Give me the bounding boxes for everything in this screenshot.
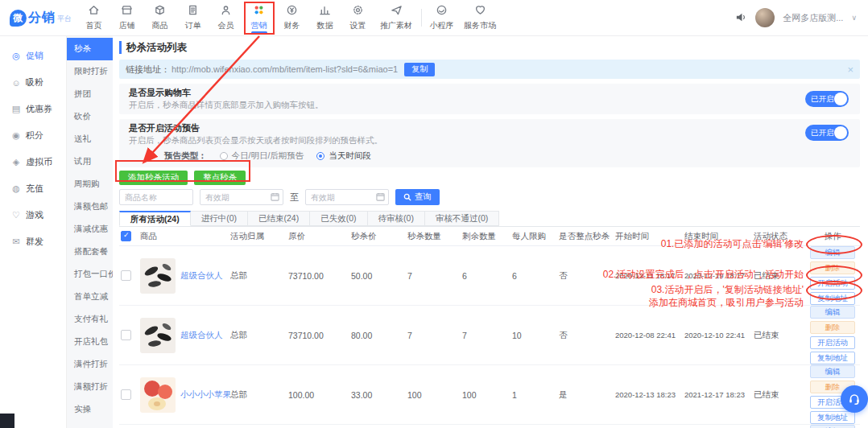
nav-item-goods[interactable]: 商品 bbox=[143, 0, 176, 35]
tab-0[interactable]: 所有活动(24) bbox=[119, 211, 191, 226]
nav-item-orders[interactable]: 订单 bbox=[176, 0, 209, 35]
row-checkbox[interactable] bbox=[121, 330, 131, 340]
row-actions: 编辑删除开启活动复制地址 bbox=[808, 306, 860, 364]
submenu-item[interactable]: 砍价 bbox=[67, 105, 113, 128]
submenu-item[interactable]: 送礼 bbox=[67, 128, 113, 150]
nav-item-mini-program[interactable]: 小程序 bbox=[425, 0, 458, 35]
calendar-icon bbox=[271, 192, 279, 201]
submenu-item[interactable]: 满减优惠 bbox=[67, 218, 113, 241]
sidebar-item-recharge[interactable]: ◍充值 bbox=[0, 175, 66, 202]
cart-toggle[interactable]: 已开启 bbox=[805, 91, 849, 107]
speaker-icon[interactable] bbox=[735, 11, 747, 25]
link-url: http://mob.wifenxiao.com/mb/item/item-li… bbox=[172, 64, 398, 74]
nav-item-settings[interactable]: 设置 bbox=[341, 0, 374, 35]
nav-item-data[interactable]: 数据 bbox=[308, 0, 341, 35]
sidebar-collapse-corner[interactable] bbox=[0, 414, 14, 428]
add-seckill-activity-button[interactable]: 添加秒杀活动 bbox=[119, 171, 188, 185]
submenu-item[interactable]: 秒杀 bbox=[67, 38, 113, 60]
nav-item-promo-material[interactable]: 推广素材 bbox=[374, 0, 418, 35]
search-button[interactable]: 查询 bbox=[395, 189, 440, 205]
tab-3[interactable]: 已失效(0) bbox=[310, 211, 367, 226]
nav-label: 店铺 bbox=[119, 20, 135, 31]
delete-button[interactable]: 删除 bbox=[810, 261, 855, 274]
open-activity-button[interactable]: 开启活动 bbox=[810, 277, 855, 290]
submenu-item[interactable]: 试用 bbox=[67, 150, 113, 173]
end-time-cell: 2020-12-10 22:41 bbox=[684, 331, 754, 340]
close-icon[interactable]: × bbox=[847, 64, 854, 75]
nav-item-service-market[interactable]: 服务市场 bbox=[458, 0, 502, 35]
hourly-seckill-button[interactable]: 整点秒杀 bbox=[194, 171, 246, 185]
sidebar-item-label: 游戏 bbox=[26, 209, 43, 221]
sidebar-item-game[interactable]: ♡游戏 bbox=[0, 202, 66, 228]
copy-address-button[interactable]: 复制地址 bbox=[810, 352, 855, 364]
cart-setting-box: 是否显示购物车 开启后，秒杀商品详情页底部显示加入购物车按钮。 已开启 bbox=[119, 84, 860, 114]
submenu-item[interactable]: 满件打折 bbox=[67, 353, 113, 376]
row-checkbox[interactable] bbox=[121, 389, 131, 400]
submenu-item[interactable]: 限时打折 bbox=[67, 60, 113, 83]
table-row: 超级合伙人总部73710.0080.007710否2020-12-08 22:4… bbox=[119, 306, 860, 365]
product-name-link[interactable]: 超级合伙人 bbox=[180, 270, 223, 282]
customer-service-button[interactable] bbox=[841, 385, 868, 413]
sidebar-item-coin[interactable]: ◈虚拟币 bbox=[0, 149, 66, 175]
copy-address-button[interactable]: 复制地址 bbox=[810, 411, 855, 424]
nav-item-finance[interactable]: 财务 bbox=[275, 0, 308, 35]
radio-option-daily[interactable]: 今日/明日/后期预告 bbox=[220, 150, 304, 162]
edit-button[interactable]: 编辑 bbox=[810, 425, 855, 428]
nav-item-marketing[interactable]: 营销 bbox=[242, 0, 275, 35]
sidebar-item-broadcast[interactable]: ✉群发 bbox=[0, 228, 66, 255]
submenu-item[interactable]: 周期购 bbox=[67, 173, 113, 195]
submenu-item[interactable]: 实操 bbox=[67, 398, 113, 421]
sidebar-item-fans[interactable]: ☺吸粉 bbox=[0, 69, 66, 96]
toggle-knob bbox=[834, 126, 847, 139]
limit-cell: 10 bbox=[512, 331, 559, 340]
edit-button[interactable]: 编辑 bbox=[810, 246, 855, 259]
nav-item-store[interactable]: 店铺 bbox=[110, 0, 143, 35]
delete-button[interactable]: 删除 bbox=[810, 321, 855, 334]
tab-5[interactable]: 审核不通过(0) bbox=[425, 211, 499, 226]
product-name-link[interactable]: 小小小小苹果 bbox=[180, 389, 230, 401]
notice-toggle[interactable]: 已开启 bbox=[805, 125, 849, 141]
column-header: 商品 bbox=[140, 231, 230, 242]
sidebar-item-points[interactable]: ◉积分 bbox=[0, 122, 66, 149]
avatar[interactable] bbox=[755, 8, 775, 27]
nav-label: 服务市场 bbox=[464, 20, 496, 31]
nav-item-members[interactable]: 会员 bbox=[209, 0, 242, 35]
product-name-input[interactable] bbox=[119, 189, 193, 205]
account-name[interactable]: 全网多店版测... bbox=[783, 12, 843, 24]
product-wrap: 小小小小苹果 bbox=[140, 377, 227, 413]
column-header: 开始时间 bbox=[615, 231, 684, 242]
nav-item-home[interactable]: 首页 bbox=[77, 0, 110, 35]
submenu-item[interactable]: 满额包邮 bbox=[67, 195, 113, 218]
game-icon: ♡ bbox=[11, 210, 21, 220]
submenu-item[interactable]: 首单立减 bbox=[67, 286, 113, 308]
edit-button[interactable]: 编辑 bbox=[810, 306, 855, 319]
product-name-link[interactable]: 超级合伙人 bbox=[180, 330, 223, 341]
sidebar-item-coupon[interactable]: ▤优惠券 bbox=[0, 96, 66, 122]
submenu-item[interactable]: 支付有礼 bbox=[67, 308, 113, 331]
tab-2[interactable]: 已结束(24) bbox=[248, 211, 310, 226]
submenu-item[interactable]: 开店礼包 bbox=[67, 331, 113, 353]
nav-label: 小程序 bbox=[430, 20, 454, 31]
chevron-down-icon[interactable]: ∨ bbox=[851, 14, 857, 22]
column-header: 剩余数量 bbox=[462, 231, 512, 242]
sidebar-item-promotion[interactable]: ◎促销 bbox=[0, 43, 66, 69]
copy-link-button[interactable]: 复制 bbox=[404, 63, 435, 76]
select-all-checkbox[interactable] bbox=[121, 231, 131, 241]
radio-option-timeslot[interactable]: 当天时间段 bbox=[316, 150, 371, 162]
row-checkbox[interactable] bbox=[121, 270, 131, 281]
tab-1[interactable]: 进行中(0) bbox=[191, 211, 248, 226]
submenu-item[interactable]: 满额打折 bbox=[67, 376, 113, 398]
tab-4[interactable]: 待审核(0) bbox=[368, 211, 425, 226]
sidebar-submenu: 秒杀限时打折拼团砍价送礼试用周期购满额包邮满减优惠搭配套餐打包一口价首单立减支付… bbox=[67, 36, 113, 428]
submenu-item[interactable]: 拼团 bbox=[67, 83, 113, 105]
submenu-item[interactable]: 搭配套餐 bbox=[67, 241, 113, 263]
column-header: 秒杀数量 bbox=[407, 231, 462, 242]
open-activity-button[interactable]: 开启活动 bbox=[810, 336, 855, 349]
hourly-cell: 否 bbox=[559, 270, 615, 282]
end-time-cell: 2021-12-17 18:23 bbox=[684, 390, 754, 399]
toggle-label: 已开启 bbox=[811, 94, 834, 105]
edit-button[interactable]: 编辑 bbox=[810, 365, 855, 378]
submenu-item[interactable]: 打包一口价 bbox=[67, 263, 113, 286]
notice-type-row: 预告类型： 今日/明日/后期预告 当天时间段 bbox=[164, 150, 850, 163]
copy-address-button[interactable]: 复制地址 bbox=[810, 292, 855, 305]
